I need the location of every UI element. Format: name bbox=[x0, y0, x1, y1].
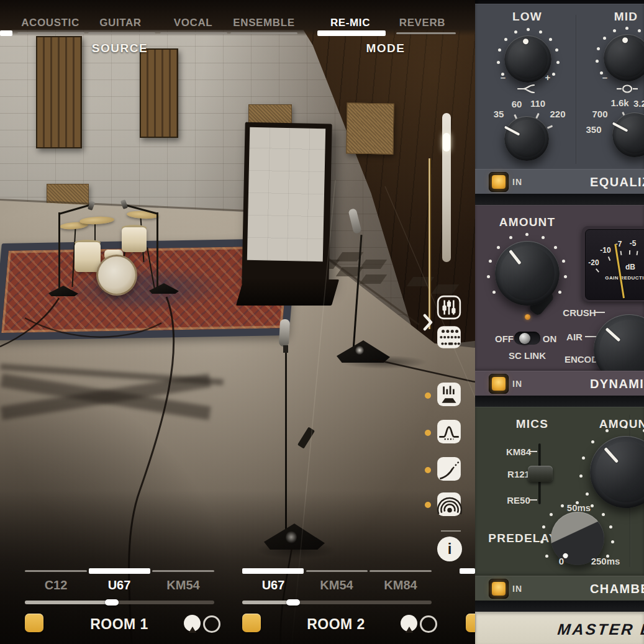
chevron-right-icon[interactable] bbox=[422, 313, 433, 332]
low-freq-35: 35 bbox=[494, 109, 504, 119]
omni-pattern-icon[interactable] bbox=[203, 615, 220, 633]
sc-off-label: OFF bbox=[495, 333, 514, 344]
mic-tab-underline-selected bbox=[242, 568, 304, 574]
tab-re-mic[interactable]: RE-MIC bbox=[330, 17, 370, 29]
sc-on-label: ON bbox=[543, 333, 557, 344]
tab-ensemble[interactable]: ENSEMBLE bbox=[233, 17, 294, 29]
chamber-in-button[interactable] bbox=[489, 579, 509, 599]
effects-rack: LOW – + 35 60 110 220 MID – 350 700 bbox=[475, 0, 644, 644]
section-separator bbox=[475, 194, 644, 205]
level-meter-peak bbox=[443, 133, 450, 152]
low-freq-220: 220 bbox=[550, 109, 565, 119]
dynamics-in-label: IN bbox=[512, 379, 522, 389]
mic-re50-label: RE50 bbox=[507, 495, 530, 506]
mic-tab-underline bbox=[370, 570, 432, 572]
tab-underline bbox=[396, 32, 456, 34]
sc-link-lever[interactable] bbox=[519, 333, 530, 344]
mic-tab-underline-selected bbox=[89, 568, 150, 574]
mic-tab-underline bbox=[152, 570, 214, 572]
dynamics-amount-label: AMOUNT bbox=[499, 215, 556, 229]
level-meter-thin bbox=[429, 158, 431, 329]
mic-tab-underline-partial bbox=[460, 568, 475, 574]
vu-caption: GAIN REDUCTION bbox=[605, 275, 644, 281]
mid-freq-3k2: 3.2k bbox=[633, 98, 644, 109]
tab-guitar[interactable]: GUITAR bbox=[99, 17, 142, 29]
room1-label: ROOM 1 bbox=[90, 616, 148, 633]
tab-underline bbox=[17, 32, 84, 34]
room2-mic-tab-u67[interactable]: U67 bbox=[262, 578, 285, 592]
low-shelf-icon bbox=[516, 83, 540, 94]
label-dash bbox=[530, 451, 537, 452]
room2-label: ROOM 2 bbox=[307, 616, 365, 633]
mic-tab-underline bbox=[25, 570, 87, 572]
pedalboard-icon[interactable] bbox=[436, 324, 462, 350]
active-dot bbox=[425, 467, 431, 473]
tab-vocal[interactable]: VOCAL bbox=[174, 17, 213, 29]
low-minus-label: – bbox=[501, 72, 506, 83]
omni-pattern-icon[interactable] bbox=[420, 615, 437, 633]
low-freq-110: 110 bbox=[530, 98, 545, 109]
info-letter: i bbox=[448, 540, 452, 558]
vu-tick-mark bbox=[629, 250, 630, 255]
tab-underline bbox=[88, 32, 155, 34]
room1-enable-button[interactable] bbox=[25, 614, 43, 632]
mid-band-label: MID bbox=[614, 10, 638, 24]
mid-freq-350: 350 bbox=[586, 124, 601, 135]
low-gain-knob[interactable] bbox=[504, 35, 551, 83]
eq-bell-curve-icon[interactable] bbox=[436, 419, 462, 445]
compressor-curve-icon[interactable] bbox=[436, 456, 462, 482]
vu-db-label: dB bbox=[625, 263, 635, 271]
room1-mic-tab-u67[interactable]: U67 bbox=[108, 578, 131, 592]
room1-level-slider[interactable] bbox=[25, 601, 214, 604]
dynamics-in-button[interactable] bbox=[489, 374, 509, 394]
mid-freq-knob[interactable] bbox=[612, 112, 644, 157]
channel-faders-icon[interactable] bbox=[436, 294, 462, 320]
chamber-in-label: IN bbox=[512, 584, 522, 594]
section-separator bbox=[475, 601, 644, 612]
remic-studio-app: ACOUSTIC GUITAR VOCAL ENSEMBLE RE-MIC RE… bbox=[0, 0, 644, 644]
mode-crush-label: CRUSH bbox=[563, 307, 596, 318]
room1-mic-tab-km54[interactable]: KM54 bbox=[166, 578, 199, 592]
chamber-mics-label: MICS bbox=[516, 417, 548, 431]
info-icon[interactable]: i bbox=[437, 537, 462, 561]
chamber-mic-slider-handle[interactable] bbox=[528, 466, 553, 482]
offscreen-tab-indicator bbox=[0, 30, 12, 36]
mic-r121-label: R121 bbox=[507, 469, 530, 479]
room2-mic-tab-km54[interactable]: KM54 bbox=[320, 578, 353, 592]
low-freq-60: 60 bbox=[512, 99, 522, 109]
tab-reverb[interactable]: REVERB bbox=[399, 17, 445, 29]
dynamics-amount-knob[interactable] bbox=[495, 241, 560, 306]
section-separator bbox=[475, 396, 644, 407]
room1-mic-tab-c12[interactable]: C12 bbox=[45, 578, 68, 592]
reverb-signal-icon[interactable] bbox=[436, 491, 462, 517]
cardioid-pattern-icon[interactable] bbox=[401, 615, 417, 632]
low-freq-knob[interactable] bbox=[504, 116, 549, 161]
low-band-label: LOW bbox=[512, 10, 542, 24]
eq-in-button[interactable] bbox=[489, 172, 509, 192]
room3-enable-button-partial[interactable] bbox=[466, 614, 475, 632]
mode-air-label: AIR bbox=[566, 332, 583, 342]
room2-enable-button[interactable] bbox=[242, 614, 261, 632]
vu-tick-5: -5 bbox=[630, 239, 637, 248]
vu-tick-10: -10 bbox=[600, 246, 610, 255]
mid-gain-knob[interactable] bbox=[604, 34, 644, 81]
room2-slider-handle[interactable] bbox=[286, 599, 300, 605]
room2-mic-tab-km84[interactable]: KM84 bbox=[384, 578, 417, 592]
mode-group-label: MODE bbox=[366, 42, 406, 55]
tab-underline bbox=[230, 32, 297, 34]
bell-curve-icon bbox=[615, 83, 639, 94]
predelay-knob[interactable] bbox=[551, 512, 604, 565]
active-dot bbox=[425, 502, 431, 508]
eq-in-label: IN bbox=[512, 177, 522, 187]
room-analyzer-icon[interactable] bbox=[436, 381, 462, 407]
active-dot bbox=[425, 430, 431, 436]
tab-acoustic[interactable]: ACOUSTIC bbox=[21, 17, 79, 29]
sc-link-label: SC LINK bbox=[509, 350, 546, 361]
active-dot bbox=[425, 392, 431, 399]
cardioid-pattern-icon[interactable] bbox=[184, 615, 201, 632]
room1-level-fill bbox=[25, 601, 112, 604]
room2-level-fill bbox=[242, 601, 293, 604]
mic-tab-underline bbox=[306, 570, 368, 572]
room1-slider-handle[interactable] bbox=[105, 599, 119, 605]
room2-level-slider[interactable] bbox=[242, 601, 432, 604]
